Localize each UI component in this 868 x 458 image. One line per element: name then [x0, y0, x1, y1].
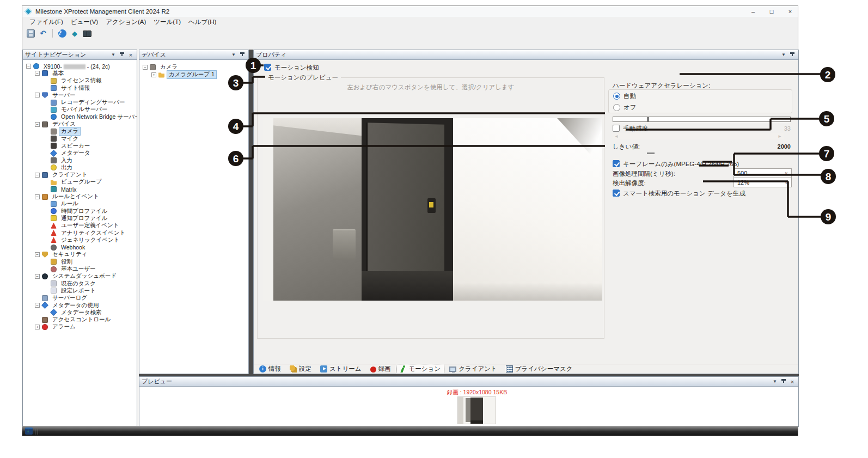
smart-search-label: スマート検索用のモーション データを生成: [623, 190, 745, 198]
collapse-icon[interactable]: −: [35, 93, 40, 97]
app-logo-icon: [25, 8, 32, 15]
expand-icon[interactable]: +: [151, 72, 156, 77]
keyframes-only-checkbox[interactable]: [613, 160, 620, 167]
threshold-label: しきい値:: [613, 143, 640, 151]
pin-icon[interactable]: [239, 51, 246, 59]
config-report-icon: [51, 288, 57, 294]
motion-detection-checkbox[interactable]: [264, 64, 271, 71]
camera-thumbnail[interactable]: [457, 396, 496, 424]
menu-item-4[interactable]: ヘルプ(H): [185, 17, 220, 27]
properties-body: モーション検知 モーションのプレビュー 左および右のマウスボタンを使用して、選択…: [254, 60, 798, 374]
chevron-down-icon[interactable]: ▼: [109, 51, 117, 59]
pin-icon[interactable]: [788, 51, 796, 59]
callout-2: 2: [820, 67, 835, 82]
tree-item-カメラ[interactable]: −カメラ: [139, 63, 248, 71]
tree-item-アクセスコントロール[interactable]: アクセスコントロール: [23, 316, 137, 323]
properties-panel: プロパティ ▼ モーション検知 モーションのプレビュー 左および右のマウスボタン…: [253, 50, 799, 374]
collapse-icon[interactable]: −: [35, 274, 40, 279]
manual-sensitivity-label: 手動感度: [623, 125, 648, 133]
tab-クライアント[interactable]: クライアント: [446, 364, 500, 374]
save-status-icon[interactable]: [25, 428, 33, 435]
metadata-use-icon: [41, 302, 48, 309]
chevron-down-icon[interactable]: ▼: [771, 378, 779, 386]
undo-icon[interactable]: ↶: [38, 28, 48, 38]
hardware-accel-option-自動[interactable]: 自動: [613, 92, 792, 100]
tree-item-カメラグループ 1[interactable]: +カメラグループ 1: [139, 71, 248, 78]
photo-trash-can: [333, 229, 356, 260]
close-button[interactable]: ×: [787, 8, 793, 15]
window-controls: –□×: [750, 6, 793, 17]
server-logs-icon: [42, 295, 48, 301]
scroll-right-icon[interactable]: ►: [778, 134, 782, 139]
app-window: Milestone XProtect Management Client 202…: [22, 5, 798, 436]
close-icon[interactable]: ×: [127, 51, 135, 59]
basic-user-icon: [51, 266, 57, 272]
tree-item-アラーム[interactable]: +アラーム: [23, 323, 137, 331]
tree-item-Open Network Bridge サーバー[interactable]: Open Network Bridge サーバー: [23, 113, 137, 120]
detection-resolution-dropdown[interactable]: 12% ∨: [733, 178, 792, 187]
chevron-down-icon[interactable]: ▼: [230, 51, 237, 59]
tab-label: プライバシーマスク: [515, 365, 573, 373]
tab-label: 設定: [299, 365, 311, 373]
pin-icon[interactable]: [780, 378, 787, 386]
thumb-wall: [466, 398, 471, 422]
expand-icon[interactable]: +: [35, 325, 40, 329]
tab-設定[interactable]: 設定: [286, 364, 315, 374]
tab-録画[interactable]: 録画: [367, 364, 394, 374]
collapse-icon[interactable]: −: [35, 173, 40, 178]
minimize-button[interactable]: –: [750, 8, 756, 15]
radio-icon[interactable]: [613, 104, 620, 111]
process-interval-dropdown[interactable]: 500 ∨: [733, 168, 792, 178]
tab-情報[interactable]: i情報: [256, 364, 284, 374]
analytics-event-icon: [51, 230, 57, 236]
tree-item-X9100-[interactable]: −X9100-- (24, 2c): [23, 63, 137, 70]
radio-icon[interactable]: [613, 93, 620, 100]
collapse-icon[interactable]: −: [35, 122, 40, 127]
assistance-icon: ◆: [72, 29, 77, 38]
generic-event-icon: [51, 237, 57, 243]
tab-ストリーム[interactable]: ストリーム: [317, 364, 365, 374]
assistance-icon[interactable]: ◆: [70, 28, 80, 38]
collapse-icon[interactable]: −: [143, 65, 148, 70]
collapse-icon[interactable]: −: [26, 64, 31, 69]
hardware-accel-option-オフ[interactable]: オフ: [613, 103, 792, 112]
pin-icon[interactable]: [118, 51, 126, 59]
threshold-slider-handle[interactable]: [647, 152, 655, 154]
rules-events-icon: [42, 194, 48, 200]
tree-item-入力[interactable]: 入力: [23, 157, 137, 164]
menu-item-3[interactable]: ツール(T): [150, 17, 185, 27]
menu-item-1[interactable]: ビュー(V): [67, 17, 102, 27]
scroll-left-icon[interactable]: ◄: [614, 134, 619, 139]
recording-server-icon: [51, 100, 57, 106]
tree-item-メタデータ[interactable]: メタデータ: [23, 150, 137, 157]
chevron-down-icon[interactable]: ▼: [780, 51, 787, 59]
help-icon[interactable]: ?: [57, 28, 67, 38]
save-icon[interactable]: [26, 28, 35, 38]
tree-item-セキュリティ[interactable]: −セキュリティ: [23, 251, 137, 258]
find-icon[interactable]: [82, 28, 92, 38]
tree-item-サイト情報[interactable]: サイト情報: [23, 84, 137, 91]
collapse-icon[interactable]: −: [35, 71, 40, 76]
collapse-icon[interactable]: −: [35, 194, 40, 199]
manual-sensitivity-checkbox[interactable]: [613, 125, 620, 132]
close-icon[interactable]: ×: [788, 378, 796, 386]
menu-item-2[interactable]: アクション(A): [102, 17, 150, 27]
menu-item-0[interactable]: ファイル(F): [26, 17, 67, 27]
camera-motion-preview-image[interactable]: [263, 118, 602, 301]
tab-label: クライアント: [459, 365, 497, 373]
sensitivity-scrollbar[interactable]: ◄ ►: [613, 133, 784, 139]
maximize-button[interactable]: □: [768, 8, 775, 15]
tab-モーション[interactable]: モーション: [396, 364, 444, 374]
collapse-icon[interactable]: −: [35, 303, 40, 308]
vertical-splitter[interactable]: [249, 50, 253, 374]
speaker-icon: [51, 143, 57, 149]
tree-item-ジェネリックイベント[interactable]: ジェネリックイベント: [23, 236, 137, 243]
svg-text:7: 7: [824, 148, 830, 160]
find-icon: [83, 30, 91, 36]
tree-item-ビューグループ[interactable]: ビューグループ: [23, 179, 137, 186]
collapse-icon[interactable]: −: [35, 252, 40, 257]
smart-search-checkbox[interactable]: [613, 190, 620, 197]
notification-profile-icon: [51, 215, 57, 221]
photo-left-wall: [273, 122, 365, 301]
tab-プライバシーマスク[interactable]: プライバシーマスク: [503, 364, 576, 374]
